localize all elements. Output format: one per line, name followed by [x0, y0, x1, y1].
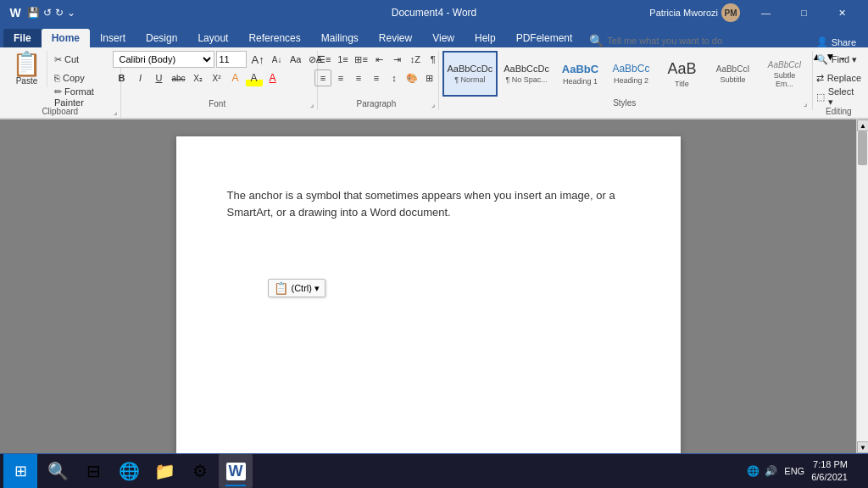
style-subtle-em[interactable]: AaBbCcI Subtle Em... [759, 51, 810, 97]
network-icon[interactable]: 🌐 [747, 465, 760, 477]
more-quick-btn[interactable]: ⌄ [67, 7, 75, 19]
select-btn[interactable]: ⬚Select ▾ [814, 88, 864, 105]
italic-btn[interactable]: I [131, 69, 148, 86]
paragraph-expand[interactable]: ⌟ [431, 100, 435, 108]
minimize-btn[interactable]: — [747, 0, 785, 25]
start-icon: ⊞ [14, 462, 27, 480]
search-input[interactable] [607, 36, 760, 46]
font-name-select[interactable]: Calibri (Body) [113, 51, 214, 68]
tab-home[interactable]: Home [42, 29, 90, 47]
increase-indent-btn[interactable]: ⇥ [389, 51, 406, 68]
user-name: Patricia Mworozi [649, 8, 718, 18]
align-left-btn[interactable]: ≡ [314, 69, 331, 86]
clipboard-expand[interactable]: ⌟ [114, 108, 117, 116]
tab-help[interactable]: Help [465, 29, 506, 47]
font-color-btn[interactable]: A [264, 69, 281, 86]
sort-btn[interactable]: ↕Z [407, 51, 424, 68]
decrease-indent-btn[interactable]: ⇤ [371, 51, 388, 68]
close-btn[interactable]: ✕ [823, 0, 861, 25]
tab-pdfelement[interactable]: PDFelement [506, 29, 583, 47]
underline-btn[interactable]: U [150, 69, 167, 86]
justify-btn[interactable]: ≡ [368, 69, 385, 86]
edge-icon: 🌐 [119, 461, 140, 481]
text-highlight-btn[interactable]: A [246, 69, 263, 86]
multilevel-list-btn[interactable]: ⊞≡ [352, 51, 370, 68]
tab-mailings[interactable]: Mailings [311, 29, 369, 47]
language-indicator[interactable]: ENG [784, 466, 804, 476]
scroll-track[interactable] [857, 131, 868, 441]
tab-design[interactable]: Design [136, 29, 187, 47]
document-content[interactable]: The anchor is a symbol that sometimes ap… [227, 187, 630, 220]
align-center-btn[interactable]: ≡ [332, 69, 349, 86]
style-no-spacing[interactable]: AaBbCcDc ¶ No Spac... [499, 51, 554, 97]
grow-font-btn[interactable]: A↑ [248, 51, 266, 68]
start-btn[interactable]: ⊞ [3, 454, 37, 488]
ribbon-tab-bar: File Home Insert Design Layout Reference… [0, 25, 868, 47]
style-normal[interactable]: AaBbCcDc ¶ Normal [442, 51, 498, 97]
save-quick-btn[interactable]: 💾 [27, 7, 40, 19]
subscript-btn[interactable]: X₂ [190, 69, 207, 86]
taskbar: ⊞ 🔍 ⊟ 🌐 📁 ⚙ W 🌐 🔊 ENG 7:18 PM 6/6/2021 [0, 454, 868, 488]
tab-review[interactable]: Review [369, 29, 422, 47]
taskbar-search[interactable]: 🔍 [41, 454, 75, 488]
system-clock[interactable]: 7:18 PM 6/6/2021 [811, 458, 848, 485]
taskbar-word[interactable]: W [219, 454, 253, 488]
taskbar-edge[interactable]: 🌐 [112, 454, 146, 488]
tab-references[interactable]: References [238, 29, 310, 47]
maximize-btn[interactable]: □ [785, 0, 823, 25]
cut-btn[interactable]: ✂ Cut [51, 51, 117, 68]
bullet-list-btn[interactable]: ☰≡ [314, 51, 333, 68]
font-size-input[interactable] [216, 51, 247, 68]
shrink-font-btn[interactable]: A↓ [269, 51, 286, 68]
document-area[interactable]: The anchor is a symbol that sometimes ap… [0, 119, 856, 453]
font-expand[interactable]: ⌟ [310, 100, 314, 108]
style-heading2[interactable]: AaBbCc Heading 2 [606, 51, 655, 97]
tab-insert[interactable]: Insert [90, 29, 136, 47]
format-painter-btn[interactable]: ✏ Format Painter [51, 88, 117, 105]
undo-btn[interactable]: ↺ [43, 7, 52, 19]
strikethrough-btn[interactable]: abc [169, 69, 187, 86]
style-title[interactable]: AaB Title [657, 51, 706, 97]
text-effect-btn[interactable]: A [227, 69, 244, 86]
numbered-list-btn[interactable]: 1≡ [334, 51, 351, 68]
tab-layout[interactable]: Layout [187, 29, 238, 47]
change-case-btn[interactable]: Aa [287, 51, 304, 68]
taskbar-explorer[interactable]: 📁 [147, 454, 181, 488]
style-heading1[interactable]: AaBbC Heading 1 [555, 51, 604, 97]
redo-btn[interactable]: ↻ [55, 7, 64, 19]
settings-icon: ⚙ [192, 461, 208, 481]
find-btn[interactable]: 🔍Find ▾ [814, 51, 864, 68]
taskbar-settings[interactable]: ⚙ [183, 454, 217, 488]
border-btn[interactable]: ⊞ [421, 69, 438, 86]
tab-view[interactable]: View [422, 29, 465, 47]
search-taskbar-icon: 🔍 [47, 461, 69, 481]
volume-icon[interactable]: 🔊 [765, 465, 777, 477]
taskbar-taskview[interactable]: ⊟ [76, 454, 110, 488]
styles-expand[interactable]: ⌟ [804, 99, 807, 108]
bold-btn[interactable]: B [113, 69, 130, 86]
clock-date: 6/6/2021 [811, 471, 848, 484]
window-controls: — □ ✕ [747, 0, 861, 25]
clipboard-label: Clipboard [7, 105, 114, 118]
system-tray: 🌐 🔊 [747, 465, 777, 477]
line-spacing-btn[interactable]: ↕ [386, 69, 403, 86]
align-right-btn[interactable]: ≡ [350, 69, 367, 86]
replace-btn[interactable]: ⇄Replace [814, 69, 864, 86]
paste-btn[interactable]: 📋 Paste [7, 51, 47, 87]
style-subtitle[interactable]: AaBbCcI Subtitle [708, 51, 757, 97]
paste-popup[interactable]: 📋 (Ctrl) ▾ [268, 279, 326, 297]
scroll-down-btn[interactable]: ▼ [857, 441, 868, 453]
title-bar-right: Patricia Mworozi PM — □ ✕ [649, 0, 861, 25]
word-logo-icon: W [7, 4, 24, 21]
user-info[interactable]: Patricia Mworozi PM [649, 3, 740, 22]
app-body: The anchor is a symbol that sometimes ap… [0, 119, 868, 453]
show-desktop-btn[interactable] [854, 458, 858, 485]
scroll-thumb[interactable] [858, 131, 867, 165]
scroll-up-btn[interactable]: ▲ [857, 119, 868, 131]
superscript-btn[interactable]: X² [209, 69, 225, 86]
clock-time: 7:18 PM [811, 458, 848, 471]
tab-file[interactable]: File [3, 29, 42, 47]
copy-btn[interactable]: ⎘ Copy [51, 69, 117, 86]
shading-btn[interactable]: 🎨 [403, 69, 420, 86]
share-btn[interactable]: 👤Share [808, 36, 865, 47]
